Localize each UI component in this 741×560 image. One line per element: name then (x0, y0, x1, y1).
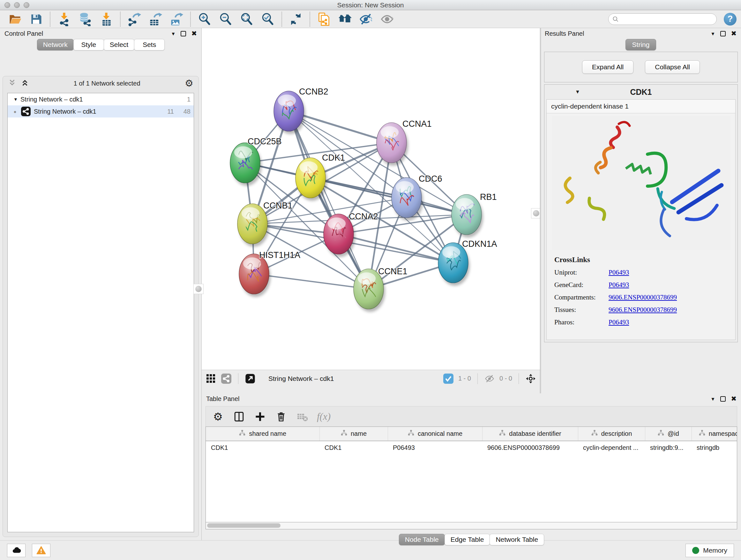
warning-status-button[interactable] (32, 544, 51, 557)
network-collection-row[interactable]: ▼ String Network – cdk1 1 (8, 93, 194, 105)
collapse-all-button[interactable]: Collapse All (645, 60, 700, 74)
export-image-icon[interactable] (166, 12, 187, 26)
table-options-gear-icon[interactable]: ⚙ (212, 410, 224, 423)
export-network-icon[interactable] (124, 12, 145, 26)
crosslink-row: Compartments:9606.ENSP00000378699 (554, 294, 733, 301)
table-hscrollbar-thumb[interactable] (207, 523, 280, 528)
view-share-icon[interactable] (221, 373, 232, 384)
import-database-icon[interactable] (75, 12, 96, 26)
table-panel-menu-icon[interactable]: ▼ (711, 396, 716, 401)
table-panel-float-icon[interactable] (720, 396, 726, 401)
node-CDC6[interactable] (392, 178, 423, 221)
network-row[interactable]: ● String Network – cdk1 11 48 (8, 105, 194, 118)
collection-label: String Network – cdk1 (20, 96, 174, 103)
zoom-window-button[interactable] (23, 2, 29, 8)
results-panel-close-icon[interactable]: ✖ (731, 30, 737, 37)
collection-collapse-icon[interactable]: ▼ (11, 97, 20, 102)
expand-all-button[interactable]: Expand All (582, 60, 633, 74)
tab-network-table[interactable]: Network Table (489, 534, 544, 545)
results-panel-menu-icon[interactable]: ▼ (711, 31, 716, 37)
delete-table-icon[interactable] (296, 410, 309, 423)
column-header-description[interactable]: description (578, 427, 645, 441)
crosslink-link[interactable]: P06493 (609, 268, 629, 276)
column-header-database-identifier[interactable]: database identifier (482, 427, 578, 441)
pan-move-icon[interactable] (525, 373, 536, 384)
column-header-name[interactable]: name (320, 427, 388, 441)
selected-checkbox-icon[interactable] (443, 373, 454, 384)
column-type-icon (657, 429, 664, 438)
function-builder-icon[interactable]: f(x) (317, 411, 331, 422)
window-controls (4, 2, 29, 8)
hide-selected-icon[interactable] (355, 12, 377, 26)
zoom-fit-icon[interactable] (236, 12, 257, 26)
cloud-status-button[interactable] (7, 544, 25, 557)
search-box[interactable] (608, 13, 717, 25)
cloud-icon (11, 546, 21, 555)
refresh-icon[interactable] (285, 12, 307, 26)
select-columns-icon[interactable] (232, 410, 246, 423)
crosslink-link[interactable]: 9606.ENSP00000378699 (609, 306, 677, 314)
column-header-namespac[interactable]: namespac (691, 427, 737, 441)
tab-edge-table[interactable]: Edge Table (445, 534, 490, 545)
warning-icon (37, 546, 46, 555)
column-type-icon (408, 429, 414, 438)
create-column-plus-icon[interactable] (254, 410, 266, 423)
column-header-shared-name[interactable]: shared name (206, 427, 320, 441)
splitter-handle-left[interactable] (193, 284, 204, 294)
node-HIST1H1A[interactable] (239, 254, 271, 297)
control-panel-menu-icon[interactable]: ▼ (171, 31, 176, 37)
string-home-icon[interactable] (334, 12, 355, 26)
zoom-out-icon[interactable] (215, 12, 236, 26)
view-grid-icon[interactable] (205, 373, 216, 384)
network-options-gear-icon[interactable]: ⚙ (185, 78, 193, 88)
tab-node-table[interactable]: Node Table (399, 534, 445, 545)
table-row[interactable]: CDK1CDK1P064939606.ENSP00000378699cyclin… (206, 441, 737, 454)
column-header--id[interactable]: @id (645, 427, 691, 441)
collapse-all-networks-icon[interactable] (21, 78, 29, 88)
table-panel-close-icon[interactable]: ✖ (731, 395, 737, 402)
node-table-wrap: shared namenamecanonical namedatabase id… (205, 427, 737, 522)
edge-CCNB2-CCNE1[interactable] (289, 111, 368, 289)
edge-CDK1-RB1[interactable] (311, 178, 467, 214)
show-all-icon[interactable] (377, 12, 398, 26)
memory-button[interactable]: Memory (685, 544, 734, 557)
hidden-eye-slash-icon[interactable] (484, 373, 495, 384)
expand-all-networks-icon[interactable] (8, 78, 16, 88)
minimize-window-button[interactable] (14, 2, 20, 8)
tab-network[interactable]: Network (37, 39, 74, 51)
delete-column-trash-icon[interactable] (275, 410, 287, 423)
node-RB1[interactable] (452, 194, 483, 238)
node-CCNB2[interactable] (274, 91, 306, 134)
tab-select[interactable]: Select (104, 39, 134, 51)
results-panel-float-icon[interactable] (720, 31, 726, 37)
tab-string[interactable]: String (625, 39, 656, 51)
close-window-button[interactable] (4, 2, 10, 8)
tab-style[interactable]: Style (73, 39, 104, 51)
open-session-icon[interactable] (4, 12, 25, 26)
import-network-icon[interactable] (54, 12, 75, 26)
column-header-canonical-name[interactable]: canonical name (388, 427, 482, 441)
duplicate-network-icon[interactable] (313, 12, 334, 26)
tab-sets[interactable]: Sets (134, 39, 165, 51)
zoom-in-icon[interactable] (194, 12, 215, 26)
crosslink-link[interactable]: P06493 (609, 318, 629, 326)
crosslink-link[interactable]: P06493 (609, 281, 629, 289)
memory-status-dot (692, 547, 699, 554)
crosslink-link[interactable]: 9606.ENSP00000378699 (609, 294, 677, 301)
birdseye-view-icon[interactable] (245, 373, 256, 384)
network-canvas[interactable]: CCNB2CCNA1CDC25BCDK1CDC6RB1CCNB1CCNA2CDK… (202, 28, 540, 370)
zoom-selected-icon[interactable] (257, 12, 278, 26)
control-panel-close-icon[interactable]: ✖ (191, 30, 197, 37)
node-CDKN1A[interactable] (438, 243, 470, 286)
network-selection-status: 1 of 1 Network selected (33, 80, 180, 87)
node-label-CCNA1: CCNA1 (402, 119, 432, 129)
search-input[interactable] (621, 16, 713, 23)
save-session-icon[interactable] (25, 12, 47, 26)
table-hscrollbar[interactable] (205, 522, 737, 530)
import-table-icon[interactable] (96, 12, 117, 26)
export-table-icon[interactable] (145, 12, 166, 26)
help-button[interactable]: ? (724, 13, 737, 25)
edge-HIST1H1A-CCNE1[interactable] (254, 274, 368, 289)
control-panel-float-icon[interactable] (181, 31, 186, 37)
gene-collapse-icon[interactable]: ▼ (575, 89, 580, 95)
